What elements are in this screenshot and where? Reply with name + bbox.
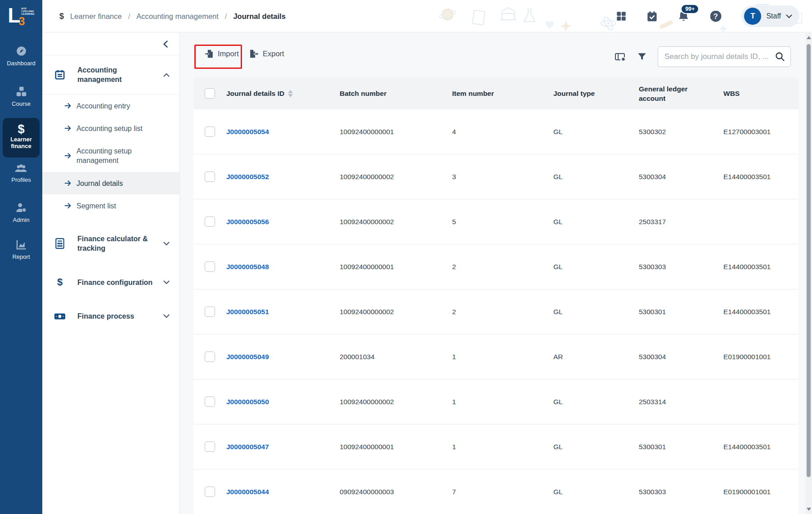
row-checkbox[interactable] xyxy=(205,262,215,272)
nav-item-journal-details[interactable]: Journal details xyxy=(42,172,179,194)
search-input[interactable] xyxy=(658,46,791,67)
journal-id-link[interactable]: J0000005049 xyxy=(226,353,340,361)
journal-type-cell: AR xyxy=(553,353,639,361)
row-checkbox[interactable] xyxy=(205,397,215,407)
calendar-check-icon[interactable] xyxy=(646,10,658,23)
column-header-general-ledger-account[interactable]: General ledger account xyxy=(639,84,706,103)
table-row: J0000005056 10092400000002 5 GL 2503317 xyxy=(193,199,799,244)
column-header-journal-details-id[interactable]: Journal details ID xyxy=(226,89,340,98)
import-label: Import xyxy=(218,50,239,58)
sidebar-item-profiles[interactable]: Profiles xyxy=(0,163,42,183)
import-button[interactable]: Import xyxy=(204,49,239,59)
apps-grid-icon[interactable] xyxy=(615,10,627,22)
sort-icon[interactable] xyxy=(288,90,293,97)
rail-label: Profiles xyxy=(11,176,31,183)
batch-number-cell: 200001034 xyxy=(340,353,452,361)
breadcrumb-current: Journal details xyxy=(233,12,285,21)
batch-number-cell: 10092400000001 xyxy=(340,443,452,451)
calculator-icon xyxy=(54,238,66,249)
gl-account-cell: 5300304 xyxy=(639,173,723,181)
select-all-checkbox[interactable] xyxy=(205,88,215,99)
search-icon[interactable] xyxy=(775,51,785,62)
avatar: T xyxy=(744,8,761,25)
chevron-down-icon xyxy=(163,242,170,246)
nav-group-label: Finance configuration xyxy=(77,278,154,287)
journal-id-link[interactable]: J0000005044 xyxy=(226,488,340,496)
row-checkbox[interactable] xyxy=(205,126,215,137)
cubes-icon xyxy=(15,86,27,98)
nav-group-label: Accounting management xyxy=(77,65,154,84)
nav-group-finance-configuration[interactable]: $ Finance configuration xyxy=(42,266,179,298)
item-number-cell: 1 xyxy=(452,398,553,406)
sidebar-item-report[interactable]: Report xyxy=(0,239,42,260)
column-header-item-number[interactable]: Item number xyxy=(452,89,553,98)
user-menu[interactable]: T Staff xyxy=(741,5,799,27)
nav-group-finance-process[interactable]: Finance process xyxy=(42,302,179,331)
item-number-cell: 1 xyxy=(452,443,553,451)
nav-item-segment-list[interactable]: Segment list xyxy=(42,194,179,217)
batch-number-cell: 10092400000001 xyxy=(340,263,452,271)
column-header-batch-number[interactable]: Batch number xyxy=(340,89,452,98)
nav-item-accounting-entry[interactable]: Accounting entry xyxy=(42,95,179,117)
gl-account-cell: 5300301 xyxy=(639,443,723,451)
chart-icon xyxy=(15,239,27,251)
sidebar-item-learner-finance[interactable]: $ Learner finance xyxy=(3,118,40,158)
wbs-cell: E12700003001 xyxy=(723,128,799,136)
notifications-bell-icon[interactable]: 99+ xyxy=(677,10,690,23)
notification-badge: 99+ xyxy=(681,4,699,14)
sidebar-collapse-button[interactable] xyxy=(42,33,179,55)
journal-id-link[interactable]: J0000005048 xyxy=(226,263,340,271)
rail-label: Learner xyxy=(10,136,32,143)
user-gear-icon xyxy=(15,202,27,214)
table-row: J0000005049 200001034 1 AR 5300304 E0190… xyxy=(193,334,799,379)
dollar-icon: $ xyxy=(54,276,66,288)
nav-item-accounting-setup-list[interactable]: Accounting setup list xyxy=(42,117,179,140)
row-checkbox[interactable] xyxy=(205,442,215,452)
import-icon xyxy=(204,49,214,59)
help-icon[interactable]: ? xyxy=(709,9,722,23)
nav-item-accounting-setup-management[interactable]: Accounting setup management xyxy=(42,140,179,172)
journal-id-link[interactable]: J0000005051 xyxy=(226,308,340,316)
column-header-journal-type[interactable]: Journal type xyxy=(553,89,639,98)
batch-number-cell: 10092400000002 xyxy=(340,398,452,406)
row-checkbox[interactable] xyxy=(205,307,215,317)
export-button[interactable]: Export xyxy=(249,49,284,59)
journal-type-cell: GL xyxy=(553,263,639,271)
journal-id-link[interactable]: J0000005052 xyxy=(226,173,340,181)
row-checkbox[interactable] xyxy=(205,171,215,182)
logo-number: 3 xyxy=(18,16,34,27)
journal-id-link[interactable]: J0000005054 xyxy=(226,128,340,136)
gl-account-cell: 5300302 xyxy=(639,128,723,136)
table-row: J0000005047 10092400000001 1 GL 5300301 … xyxy=(193,424,799,469)
filter-icon[interactable] xyxy=(637,52,647,62)
scrollbar-thumb[interactable] xyxy=(807,44,811,477)
column-settings-icon[interactable] xyxy=(614,51,626,62)
scrollbar-down-arrow[interactable] xyxy=(807,508,811,511)
table-row: J0000005050 10092400000002 1 GL 2503314 xyxy=(193,379,799,424)
journal-id-link[interactable]: J0000005056 xyxy=(226,218,340,226)
batch-number-cell: 10092400000001 xyxy=(340,128,452,136)
row-checkbox[interactable] xyxy=(205,216,215,227)
journal-id-link[interactable]: J0000005050 xyxy=(226,398,340,406)
breadcrumb-accounting-management[interactable]: Accounting management xyxy=(136,12,219,21)
column-header-wbs[interactable]: WBS xyxy=(723,89,799,98)
sidebar-item-dashboard[interactable]: Dashboard xyxy=(0,45,42,67)
breadcrumb-learner-finance[interactable]: Learner finance xyxy=(70,12,122,21)
nav-group-finance-calculator[interactable]: Finance calculator & tracking xyxy=(42,224,179,263)
secondary-sidebar: Accounting management Accounting entry A… xyxy=(42,33,180,514)
journal-id-link[interactable]: J0000005047 xyxy=(226,443,340,451)
rail-label: Report xyxy=(12,253,30,260)
dollar-icon: $ xyxy=(3,122,40,136)
item-number-cell: 3 xyxy=(452,173,553,181)
journal-type-cell: GL xyxy=(553,443,639,451)
row-checkbox[interactable] xyxy=(205,487,215,497)
sidebar-item-course[interactable]: Course xyxy=(0,86,42,107)
nav-group-accounting-management[interactable]: Accounting management xyxy=(42,55,179,94)
journal-type-cell: GL xyxy=(553,398,639,406)
row-checkbox[interactable] xyxy=(205,352,215,362)
app-logo[interactable]: L NYP LIFELONG LEARNING 3 xyxy=(0,5,42,32)
scrollbar-up-arrow[interactable] xyxy=(807,36,811,39)
batch-number-cell: 10092400000002 xyxy=(340,218,452,226)
item-number-cell: 1 xyxy=(452,353,553,361)
sidebar-item-admin[interactable]: Admin xyxy=(0,202,42,223)
